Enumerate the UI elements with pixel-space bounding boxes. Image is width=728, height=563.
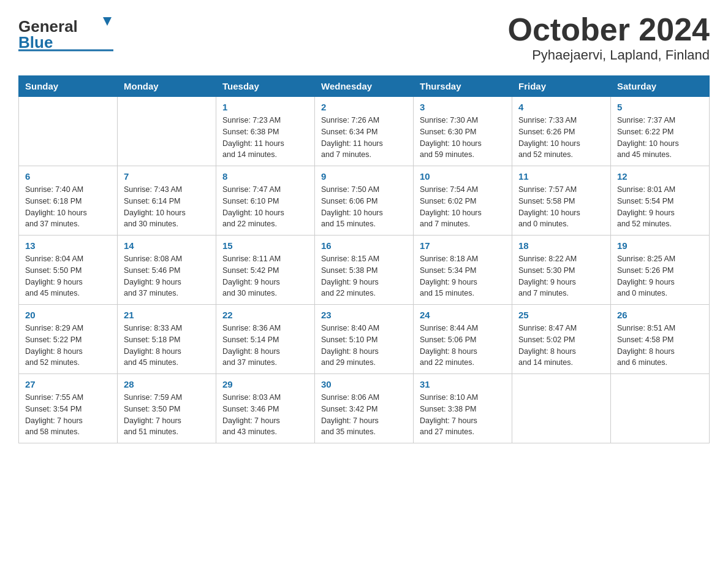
day-info: Sunrise: 7:26 AMSunset: 6:34 PMDaylight:… xyxy=(321,115,407,161)
day-cell-w1-d1 xyxy=(19,97,118,166)
page-title: October 2024 xyxy=(508,12,710,47)
day-number: 30 xyxy=(321,379,407,389)
day-number: 20 xyxy=(25,310,111,320)
day-number: 13 xyxy=(25,240,111,251)
day-cell-w2-d3: 8Sunrise: 7:47 AMSunset: 6:10 PMDaylight… xyxy=(216,166,315,236)
day-info: Sunrise: 8:18 AMSunset: 5:34 PMDaylight:… xyxy=(420,253,506,299)
day-number: 15 xyxy=(222,240,308,251)
day-number: 24 xyxy=(420,310,506,320)
header-wednesday: Wednesday xyxy=(315,76,414,97)
day-cell-w3-d2: 14Sunrise: 8:08 AMSunset: 5:46 PMDayligh… xyxy=(118,236,216,305)
day-info: Sunrise: 7:37 AMSunset: 6:22 PMDaylight:… xyxy=(617,115,703,161)
day-number: 28 xyxy=(124,379,210,389)
day-cell-w3-d6: 18Sunrise: 8:22 AMSunset: 5:30 PMDayligh… xyxy=(512,236,611,305)
day-number: 23 xyxy=(321,310,407,320)
day-cell-w1-d2 xyxy=(118,97,216,166)
calendar-body: 1Sunrise: 7:23 AMSunset: 6:38 PMDaylight… xyxy=(19,97,710,443)
day-cell-w4-d2: 21Sunrise: 8:33 AMSunset: 5:18 PMDayligh… xyxy=(118,305,216,374)
day-number: 25 xyxy=(518,310,604,320)
day-info: Sunrise: 8:40 AMSunset: 5:10 PMDaylight:… xyxy=(321,323,407,369)
week-row-3: 13Sunrise: 8:04 AMSunset: 5:50 PMDayligh… xyxy=(19,236,710,305)
day-info: Sunrise: 8:47 AMSunset: 5:02 PMDaylight:… xyxy=(518,323,604,369)
page-header: General Blue October 2024 Pyhaejaervi, L… xyxy=(18,12,710,63)
day-cell-w4-d4: 23Sunrise: 8:40 AMSunset: 5:10 PMDayligh… xyxy=(315,305,414,374)
day-cell-w3-d7: 19Sunrise: 8:25 AMSunset: 5:26 PMDayligh… xyxy=(611,236,710,305)
page-subtitle: Pyhaejaervi, Lapland, Finland xyxy=(508,47,710,63)
day-number: 21 xyxy=(124,310,210,320)
day-cell-w2-d5: 10Sunrise: 7:54 AMSunset: 6:02 PMDayligh… xyxy=(414,166,512,236)
day-number: 19 xyxy=(617,240,703,251)
day-info: Sunrise: 8:04 AMSunset: 5:50 PMDaylight:… xyxy=(25,253,111,299)
day-cell-w1-d5: 3Sunrise: 7:30 AMSunset: 6:30 PMDaylight… xyxy=(414,97,512,166)
header-thursday: Thursday xyxy=(414,76,512,97)
day-number: 1 xyxy=(222,102,308,112)
day-number: 27 xyxy=(25,379,111,389)
day-info: Sunrise: 8:33 AMSunset: 5:18 PMDaylight:… xyxy=(124,323,210,369)
week-row-2: 6Sunrise: 7:40 AMSunset: 6:18 PMDaylight… xyxy=(19,166,710,236)
day-info: Sunrise: 8:06 AMSunset: 3:42 PMDaylight:… xyxy=(321,392,407,438)
day-info: Sunrise: 7:23 AMSunset: 6:38 PMDaylight:… xyxy=(222,115,308,161)
logo: General Blue xyxy=(18,12,116,55)
day-info: Sunrise: 7:54 AMSunset: 6:02 PMDaylight:… xyxy=(420,184,506,230)
day-number: 18 xyxy=(518,240,604,251)
day-info: Sunrise: 7:55 AMSunset: 3:54 PMDaylight:… xyxy=(25,392,111,438)
day-cell-w3-d3: 15Sunrise: 8:11 AMSunset: 5:42 PMDayligh… xyxy=(216,236,315,305)
day-info: Sunrise: 8:11 AMSunset: 5:42 PMDaylight:… xyxy=(222,253,308,299)
day-info: Sunrise: 7:59 AMSunset: 3:50 PMDaylight:… xyxy=(124,392,210,438)
day-number: 7 xyxy=(124,171,210,182)
day-number: 14 xyxy=(124,240,210,251)
day-cell-w4-d5: 24Sunrise: 8:44 AMSunset: 5:06 PMDayligh… xyxy=(414,305,512,374)
day-info: Sunrise: 8:01 AMSunset: 5:54 PMDaylight:… xyxy=(617,184,703,230)
day-info: Sunrise: 7:40 AMSunset: 6:18 PMDaylight:… xyxy=(25,184,111,230)
day-number: 9 xyxy=(321,171,407,182)
day-number: 26 xyxy=(617,310,703,320)
header-monday: Monday xyxy=(118,76,216,97)
day-number: 16 xyxy=(321,240,407,251)
day-cell-w4-d1: 20Sunrise: 8:29 AMSunset: 5:22 PMDayligh… xyxy=(19,305,118,374)
day-number: 6 xyxy=(25,171,111,182)
day-number: 11 xyxy=(518,171,604,182)
day-info: Sunrise: 8:44 AMSunset: 5:06 PMDaylight:… xyxy=(420,323,506,369)
day-number: 31 xyxy=(420,379,506,389)
header-sunday: Sunday xyxy=(19,76,118,97)
day-cell-w2-d2: 7Sunrise: 7:43 AMSunset: 6:14 PMDaylight… xyxy=(118,166,216,236)
calendar-table: Sunday Monday Tuesday Wednesday Thursday… xyxy=(18,75,710,443)
week-row-4: 20Sunrise: 8:29 AMSunset: 5:22 PMDayligh… xyxy=(19,305,710,374)
day-info: Sunrise: 8:51 AMSunset: 4:58 PMDaylight:… xyxy=(617,323,703,369)
day-cell-w1-d7: 5Sunrise: 7:37 AMSunset: 6:22 PMDaylight… xyxy=(611,97,710,166)
day-number: 4 xyxy=(518,102,604,112)
day-cell-w2-d4: 9Sunrise: 7:50 AMSunset: 6:06 PMDaylight… xyxy=(315,166,414,236)
day-cell-w1-d6: 4Sunrise: 7:33 AMSunset: 6:26 PMDaylight… xyxy=(512,97,611,166)
day-number: 22 xyxy=(222,310,308,320)
week-row-5: 27Sunrise: 7:55 AMSunset: 3:54 PMDayligh… xyxy=(19,374,710,443)
svg-marker-1 xyxy=(103,17,112,26)
day-cell-w5-d7 xyxy=(611,374,710,443)
week-row-1: 1Sunrise: 7:23 AMSunset: 6:38 PMDaylight… xyxy=(19,97,710,166)
day-info: Sunrise: 8:15 AMSunset: 5:38 PMDaylight:… xyxy=(321,253,407,299)
day-number: 29 xyxy=(222,379,308,389)
day-cell-w1-d4: 2Sunrise: 7:26 AMSunset: 6:34 PMDaylight… xyxy=(315,97,414,166)
day-cell-w5-d1: 27Sunrise: 7:55 AMSunset: 3:54 PMDayligh… xyxy=(19,374,118,443)
day-info: Sunrise: 7:47 AMSunset: 6:10 PMDaylight:… xyxy=(222,184,308,230)
day-cell-w3-d1: 13Sunrise: 8:04 AMSunset: 5:50 PMDayligh… xyxy=(19,236,118,305)
day-info: Sunrise: 7:50 AMSunset: 6:06 PMDaylight:… xyxy=(321,184,407,230)
day-info: Sunrise: 7:30 AMSunset: 6:30 PMDaylight:… xyxy=(420,115,506,161)
header-tuesday: Tuesday xyxy=(216,76,315,97)
day-info: Sunrise: 7:43 AMSunset: 6:14 PMDaylight:… xyxy=(124,184,210,230)
day-number: 3 xyxy=(420,102,506,112)
day-cell-w2-d7: 12Sunrise: 8:01 AMSunset: 5:54 PMDayligh… xyxy=(611,166,710,236)
calendar-header: Sunday Monday Tuesday Wednesday Thursday… xyxy=(19,76,710,97)
day-info: Sunrise: 8:36 AMSunset: 5:14 PMDaylight:… xyxy=(222,323,308,369)
day-number: 10 xyxy=(420,171,506,182)
day-cell-w5-d5: 31Sunrise: 8:10 AMSunset: 3:38 PMDayligh… xyxy=(414,374,512,443)
header-friday: Friday xyxy=(512,76,611,97)
day-cell-w3-d5: 17Sunrise: 8:18 AMSunset: 5:34 PMDayligh… xyxy=(414,236,512,305)
svg-text:Blue: Blue xyxy=(18,33,53,52)
title-block: October 2024 Pyhaejaervi, Lapland, Finla… xyxy=(508,12,710,63)
day-info: Sunrise: 8:25 AMSunset: 5:26 PMDaylight:… xyxy=(617,253,703,299)
day-number: 17 xyxy=(420,240,506,251)
day-info: Sunrise: 8:10 AMSunset: 3:38 PMDaylight:… xyxy=(420,392,506,438)
day-number: 8 xyxy=(222,171,308,182)
day-cell-w5-d4: 30Sunrise: 8:06 AMSunset: 3:42 PMDayligh… xyxy=(315,374,414,443)
day-number: 2 xyxy=(321,102,407,112)
